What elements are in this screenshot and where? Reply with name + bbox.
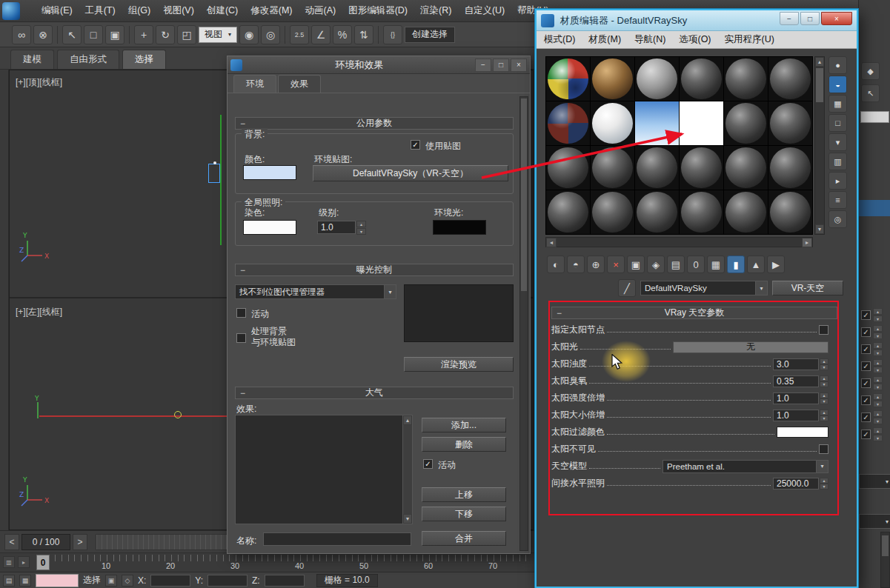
reference-coordinate-combo[interactable]: 视图▾ [199, 27, 237, 43]
material-swatch-20[interactable] [591, 190, 634, 234]
spinner-down-icon[interactable]: ▾ [873, 315, 883, 322]
tab-effects[interactable]: 效果 [278, 75, 321, 93]
spinner-down-icon[interactable]: ▾ [873, 418, 883, 424]
spinner-snap-icon[interactable]: ⇅ [354, 25, 373, 44]
effect-active-checkbox[interactable]: ✓ [423, 459, 433, 469]
panel-checkbox[interactable]: ✓ [861, 344, 871, 354]
put-material-to-scene-icon[interactable]: ◓ [567, 255, 585, 273]
reset-map-icon[interactable]: × [607, 255, 625, 273]
ribbon-tab-1[interactable]: 建模 [10, 50, 54, 69]
ribbon-tab-2[interactable]: 自由形式 [57, 50, 119, 69]
render-preview-button[interactable]: 渲染预览 [404, 357, 514, 372]
scroll-down-icon[interactable]: ▾ [815, 224, 824, 234]
chevron-down-icon[interactable]: ▾ [755, 281, 767, 295]
panel-checkbox[interactable]: ✓ [861, 378, 871, 388]
rollout-header[interactable]: − VRay 天空参数 [551, 307, 837, 319]
absolute-mode-toggle-icon[interactable]: ◇ [122, 575, 133, 587]
y-coordinate-field[interactable] [207, 575, 248, 587]
sample-type-icon[interactable]: ● [828, 56, 847, 74]
merge-button[interactable]: 合并 [422, 531, 506, 546]
menu-item-3[interactable]: 组(G) [128, 4, 151, 17]
percent-snap-icon[interactable]: % [333, 25, 352, 44]
geometry-icon[interactable]: ◆ [861, 62, 880, 80]
generate-preview-icon[interactable]: ▸ [828, 172, 847, 190]
named-selection-sets-icon[interactable]: {} [383, 25, 402, 44]
vray-sun-turbidity-spinner[interactable]: ▴▾ [820, 358, 828, 370]
selected-list-item[interactable] [859, 200, 890, 216]
menu-item-8[interactable]: 图形编辑器(D) [348, 4, 408, 17]
select-and-rotate-icon[interactable]: ↻ [156, 25, 175, 44]
swatch-vertical-scrollbar[interactable]: ▴ ▾ [814, 56, 825, 235]
scrollbar-thumb[interactable] [816, 68, 823, 102]
material-swatch-12[interactable] [768, 101, 812, 145]
options-icon[interactable]: ≡ [828, 191, 847, 209]
material-swatch-18[interactable] [768, 146, 812, 190]
vray-sun-light-button[interactable]: 无 [673, 341, 828, 353]
make-material-copy-icon[interactable]: ▣ [627, 255, 645, 273]
panel-checkbox[interactable]: ✓ [861, 412, 871, 422]
effects-list[interactable]: ▴ ▾ [235, 415, 413, 524]
menu-item-2[interactable]: 工具(T) [85, 4, 116, 17]
me-menu-item-5[interactable]: 实用程序(U) [725, 33, 774, 46]
scroll-track[interactable] [403, 425, 412, 514]
vray-sun-size-multiplier-field[interactable]: 1.0 [773, 410, 819, 421]
process-background-checkbox[interactable] [236, 333, 246, 343]
spinner-up-icon[interactable]: ▴ [873, 325, 883, 332]
rollout-common-parameters[interactable]: − 公用参数 [235, 117, 514, 130]
menu-item-5[interactable]: 创建(C) [207, 4, 238, 17]
backlight-icon[interactable]: ◒ [828, 76, 847, 93]
spinner-down-icon[interactable]: ▾ [873, 350, 883, 356]
spinner-up-icon[interactable]: ▴ [873, 342, 883, 349]
minimize-button[interactable]: − [475, 59, 491, 72]
material-swatch-17[interactable] [724, 146, 768, 190]
material-swatch-8[interactable] [591, 101, 634, 145]
ribbon-tab-3[interactable]: 选择 [122, 50, 166, 69]
select-object-icon[interactable]: ↖ [62, 25, 82, 44]
spinner-down-icon[interactable]: ▾ [820, 415, 828, 421]
spinner-down-icon[interactable]: ▾ [873, 435, 883, 441]
panel-spinner[interactable]: ▴▾ [873, 393, 883, 407]
rollout-atmosphere[interactable]: − 大气 [235, 387, 514, 399]
previous-frame-button[interactable]: < [4, 534, 19, 550]
material-type-button[interactable]: VR-天空 [772, 281, 843, 295]
spline-object[interactable] [220, 115, 222, 245]
spinner-up-icon[interactable]: ▴ [873, 393, 883, 400]
menu-item-10[interactable]: 自定义(U) [464, 4, 505, 17]
move-down-button[interactable]: 下移 [422, 507, 506, 521]
snaps-toggle-icon[interactable]: 2.5 [290, 25, 309, 44]
eyedropper-icon[interactable]: ╱ [618, 279, 636, 297]
vray-sun-intensity-multiplier-spinner[interactable]: ▴▾ [820, 392, 828, 404]
me-menu-item-3[interactable]: 导航(N) [634, 33, 665, 46]
minimize-button[interactable]: − [780, 12, 799, 25]
z-coordinate-field[interactable] [265, 575, 305, 587]
material-swatch-19[interactable] [546, 190, 590, 234]
maximize-button[interactable]: □ [800, 12, 820, 25]
spinner-up-icon[interactable]: ▴ [873, 376, 883, 383]
rect-selection-region-icon[interactable]: □ [84, 25, 103, 44]
time-tag-icon[interactable]: ▤ [3, 575, 15, 587]
panel-spinner[interactable]: ▴▾ [873, 427, 883, 441]
spinner-down-icon[interactable]: ▾ [873, 384, 883, 390]
vray-sun-ozone-spinner[interactable]: ▴▾ [820, 375, 828, 387]
swatch-horizontal-scrollbar[interactable]: ◂ ▸ [545, 237, 813, 247]
background-icon[interactable]: ▦ [828, 95, 847, 113]
scroll-left-icon[interactable]: ◂ [546, 238, 557, 247]
select-and-link-icon[interactable]: ∞ [12, 25, 31, 44]
rollout-exposure-control[interactable]: − 曝光控制 [235, 264, 514, 276]
put-to-library-icon[interactable]: ▤ [667, 255, 685, 273]
scroll-track[interactable] [557, 238, 802, 247]
vray-sun-intensity-multiplier-field[interactable]: 1.0 [773, 392, 819, 404]
menu-item-1[interactable]: 编辑(E) [41, 4, 73, 17]
select-and-manipulate-icon[interactable]: ◎ [261, 25, 280, 44]
spinner-up-icon[interactable]: ▴ [356, 221, 366, 227]
spinner-down-icon[interactable]: ▾ [873, 401, 883, 407]
material-swatch-5[interactable] [724, 57, 768, 101]
material-swatch-14[interactable] [591, 146, 634, 190]
panel-spinner[interactable]: ▴▾ [873, 308, 883, 322]
spinner-down-icon[interactable]: ▾ [356, 228, 366, 235]
scrollbar-thumb[interactable] [521, 98, 527, 291]
track-bar-ruler[interactable]: ▥ ▸ 0 10203040506070 [0, 552, 535, 572]
vray-sun-turbidity-field[interactable]: 3.0 [773, 358, 819, 370]
spinner-down-icon[interactable]: ▾ [820, 381, 828, 387]
spinner-up-icon[interactable]: ▴ [873, 308, 883, 315]
